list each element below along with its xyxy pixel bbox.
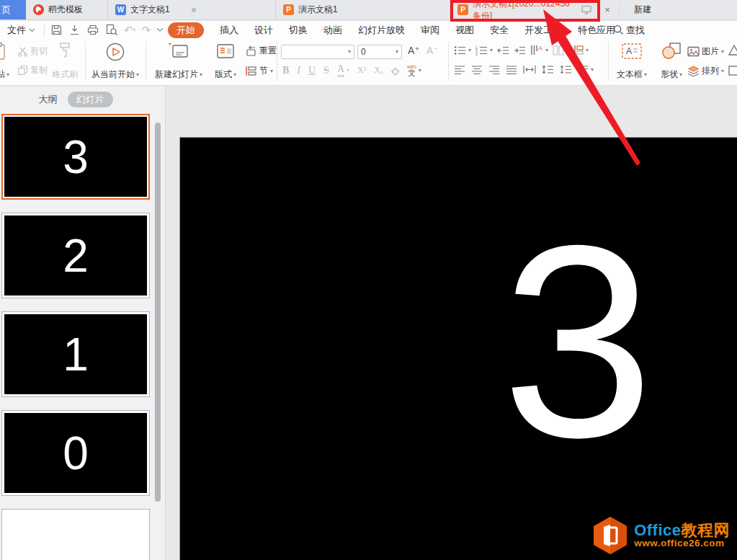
shapes-button[interactable]: 形状▾ (654, 40, 689, 82)
ribbon-tab-review[interactable]: 审阅 (421, 24, 439, 37)
slide-thumbnail-number: 2 (4, 215, 147, 295)
picture-button[interactable]: 图片▾ (687, 45, 724, 58)
search-icon (613, 25, 624, 35)
slide-thumbnail-3[interactable]: 1 (1, 311, 150, 397)
strikethrough-button[interactable]: S (323, 65, 329, 76)
justify-button[interactable] (506, 65, 517, 74)
reset-button[interactable]: 重置 (245, 45, 277, 57)
find-button[interactable]: 查找 (613, 21, 645, 39)
ribbon-tab-insert[interactable]: 插入 (220, 24, 238, 37)
ribbon-tab-home[interactable]: 开始 (168, 22, 204, 38)
bold-button[interactable]: B (282, 65, 289, 76)
columns-button[interactable]: ▾ (553, 45, 569, 55)
ribbon-tab-animation[interactable]: 动画 (323, 24, 342, 37)
align-center-button[interactable] (471, 65, 483, 74)
cut-button[interactable]: 剪切 (17, 45, 48, 58)
superscript-button[interactable]: X² (357, 65, 366, 76)
font-name-select[interactable]: ▾ (281, 45, 354, 59)
print-preview-button[interactable] (105, 24, 118, 36)
align-right-icon (488, 65, 500, 74)
print-button[interactable] (86, 24, 99, 36)
arrange-button[interactable]: 排列▾ (687, 65, 724, 77)
tab-presentation-doc[interactable]: P 演示文稿1 (276, 0, 450, 19)
slide-thumbnail-2[interactable]: 2 (1, 213, 150, 298)
decrease-font-button[interactable]: A⁻ (426, 45, 439, 56)
decrease-indent-button[interactable] (497, 45, 509, 55)
para-spacing-button[interactable] (560, 65, 572, 74)
play-from-current-button[interactable]: 从当前开始▾ (86, 40, 144, 82)
distribute-button[interactable] (523, 65, 536, 74)
align-right-button[interactable] (488, 65, 500, 74)
clear-format-button[interactable]: ◇ (391, 65, 399, 76)
tab-backup-label: 演示文稿1[2020...012456 备份] (473, 0, 577, 22)
font-size-select[interactable]: 0 ▾ (357, 45, 402, 59)
ribbon-tab-special-apps[interactable]: 特色应用 (578, 24, 615, 37)
paste-label: 粘贴▾ (0, 68, 9, 81)
save-button[interactable] (50, 24, 63, 36)
sidebar-scrollbar[interactable] (155, 108, 161, 555)
outline-button-partial[interactable] (728, 65, 737, 76)
office26-logo-icon (591, 515, 629, 556)
more-spacing-button[interactable]: ▾ (578, 65, 594, 74)
tab-docer-templates[interactable]: 稻壳模板 (26, 0, 108, 19)
close-tab-icon[interactable]: × (599, 0, 616, 19)
watermark-url: www.office26.com (634, 538, 730, 548)
increase-indent-button[interactable] (514, 45, 526, 55)
format-painter-button[interactable]: 格式刷 (48, 40, 82, 82)
italic-button[interactable]: I (297, 65, 300, 76)
ribbon-tab-devtools[interactable]: 开发工具 (524, 24, 562, 37)
numbering-button[interactable]: 123▾ (475, 45, 493, 55)
slide-canvas[interactable]: 3 Office教程网 www.office26.com (179, 137, 737, 560)
play-circle-icon (105, 42, 125, 62)
font-size-value: 0 (361, 47, 366, 57)
tab-outline[interactable]: 大纲 (39, 93, 58, 106)
copy-button[interactable]: 复制 (17, 64, 48, 76)
redo-button[interactable]: ↷ (142, 24, 151, 37)
caret-down-icon: ▾ (566, 48, 569, 53)
increase-font-button[interactable]: A⁺ (408, 45, 420, 56)
textbox-button[interactable]: A 文本框▾ (612, 40, 651, 82)
ribbon-tab-view[interactable]: 视图 (455, 24, 474, 37)
export-button[interactable] (68, 24, 81, 36)
phonetic-guide-button[interactable]: wén文▾ (407, 64, 421, 77)
tab-presentation-backup[interactable]: P 演示文稿1[2020...012456 备份] (450, 0, 599, 19)
slide-thumbnail-number (4, 512, 147, 560)
slide-number-text[interactable]: 3 (499, 205, 657, 479)
slide-thumbnail-1[interactable]: 3 (1, 114, 150, 200)
text-direction-button[interactable]: A▾ (530, 45, 548, 55)
tab-home[interactable]: 页 (0, 0, 26, 19)
scrollbar-thumb[interactable] (155, 123, 161, 502)
tab-slides[interactable]: 幻灯片 (68, 92, 113, 107)
textbox-icon: A (621, 42, 643, 61)
new-document-tab[interactable]: 新建 (622, 0, 663, 19)
font-color-button[interactable]: A▾ (337, 63, 349, 77)
slide-thumbnail-5[interactable] (1, 509, 150, 560)
ribbon-tab-security[interactable]: 安全 (490, 24, 509, 37)
line-spacing-icon (542, 65, 554, 74)
slide-thumbnail-4[interactable]: 0 (1, 410, 150, 496)
undo-icon: ↶ (124, 24, 133, 37)
fill-button-partial[interactable] (728, 43, 737, 56)
bullets-button[interactable]: ▾ (454, 45, 471, 55)
layout-button[interactable]: 版式▾ (207, 40, 244, 82)
chevron-down-icon (29, 28, 35, 32)
align-left-button[interactable] (454, 65, 465, 74)
play-from-current-label: 从当前开始▾ (91, 68, 139, 81)
text-anchor-button[interactable]: ▾ (573, 45, 589, 55)
format-painter-label: 格式刷 (52, 68, 78, 81)
line-spacing-button[interactable] (542, 65, 554, 74)
tab-writer-doc[interactable]: W 文字文稿1 (108, 0, 276, 19)
ribbon-tab-transition[interactable]: 切换 (289, 24, 308, 37)
ribbon-tab-design[interactable]: 设计 (254, 24, 273, 37)
undo-button[interactable]: ↶▾ (124, 24, 136, 37)
presentation-doc-icon: P (457, 4, 468, 15)
shapes-label: 形状▾ (661, 68, 682, 81)
ribbon-tab-slideshow[interactable]: 幻灯片放映 (358, 24, 405, 37)
collapse-toolbar-button[interactable] (156, 27, 164, 32)
underline-button[interactable]: U (308, 65, 316, 76)
subscript-button[interactable]: X₂ (374, 65, 383, 76)
paste-button[interactable]: 粘贴▾ (0, 40, 16, 82)
file-menu-button[interactable]: 文件 (0, 24, 41, 37)
section-button[interactable]: 节▾ (245, 65, 273, 77)
new-slide-button[interactable]: * 新建幻灯片▾ (150, 40, 207, 82)
